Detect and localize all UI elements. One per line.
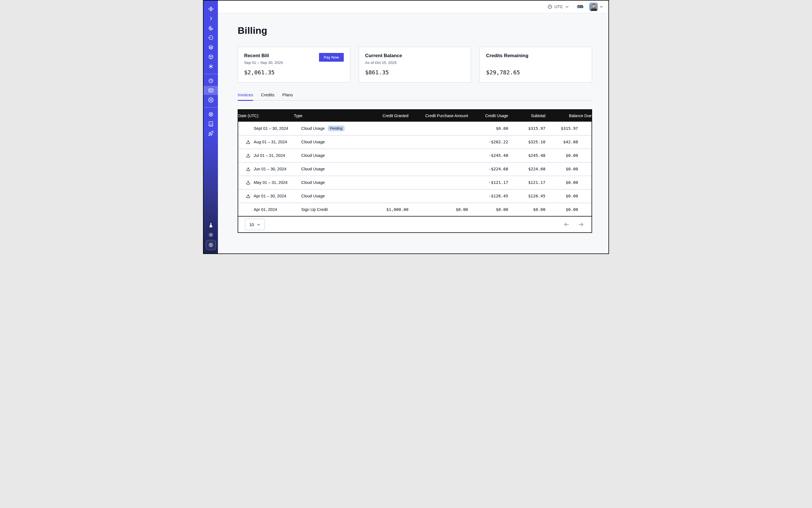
credit-purchase-value [409,122,468,135]
flask-icon[interactable] [204,221,218,230]
subtotal-value: $0.00 [508,203,545,216]
balance-due-value: $0.00 [545,149,592,162]
credit-purchase-value: $0.00 [409,203,468,216]
invoice-type: Cloud Usage [301,180,325,185]
invoice-date: May 01 – 31, 2024 [254,180,288,185]
sun-icon[interactable] [204,230,218,239]
dollar-badge-icon[interactable]: $ [206,240,216,250]
table-row: Jun 01 – 30, 2024 Cloud Usage -$224.68 $… [238,162,592,176]
recent-bill-card: Recent Bill Sep 01 – Sep 30, 2025 $2,061… [238,47,350,83]
spiral-eye-icon[interactable] [204,24,218,33]
credit-granted-value: $1,000.00 [352,203,409,216]
col-header-type: Type [294,110,352,122]
invoice-type: Cloud Usage [301,140,325,144]
credit-usage-value: -$121.17 [468,176,508,189]
pagination-row: 10 [238,216,592,232]
chevron-right-icon[interactable] [204,14,218,23]
next-page-arrow-icon[interactable] [578,221,584,227]
credit-usage-value: -$126.45 [468,189,508,203]
table-row: Aug 01 – 31, 2024 Cloud Usage -$282.22 $… [238,135,592,149]
invoice-date: Jun 01 – 30, 2024 [254,167,286,171]
tab-invoices[interactable]: Invoices [238,92,253,100]
credit-purchase-value [409,149,468,162]
rocket-icon[interactable] [204,129,218,138]
card-amount: $861.35 [365,69,465,76]
history-clock-icon[interactable] [204,33,218,42]
tab-credits[interactable]: Credits [261,92,274,100]
credit-granted-value [352,135,409,149]
credit-purchase-value [409,189,468,203]
timezone-label: UTC [554,4,563,9]
content-column: UTC [218,1,608,253]
table-row: Jul 01 – 31, 2024 Cloud Usage -$245.48 $… [238,149,592,162]
subtotal-value: $121.17 [508,176,545,189]
app-window: $ UTC [203,0,609,254]
invoice-type: Cloud Usage [301,167,325,171]
gauge-icon[interactable] [204,76,218,85]
download-icon[interactable] [246,166,251,171]
chevron-down-icon [257,223,260,226]
card-amount: $2,061.35 [244,69,344,76]
balance-due-value: $42.88 [545,135,592,149]
col-header-balance-due: Balance Due [545,110,592,122]
credit-usage-value: -$224.68 [468,162,508,176]
invoice-date: Apr 01, 2024 [254,207,277,212]
credit-granted-value [352,149,409,162]
table-row: Apr 01 – 30, 2024 Cloud Usage -$126.45 $… [238,189,592,203]
page-size-value: 10 [249,222,254,227]
sidebar: $ [204,1,218,253]
balance-due-value: $0.00 [545,203,592,216]
credit-usage-value: $0.00 [468,203,508,216]
page-size-select[interactable]: 10 [245,219,265,230]
tab-plans[interactable]: Plans [283,92,293,100]
credit-card-icon[interactable] [204,86,218,95]
previous-page-arrow-icon[interactable] [563,221,569,227]
status-badge: Pending [328,126,345,131]
credits-remaining-card: Credits Remaining $29,782.65 [479,47,592,83]
cube-icon[interactable] [204,52,218,61]
invoice-date: Apr 01 – 30, 2024 [254,194,286,198]
chevron-down-icon [565,5,569,9]
download-icon[interactable] [246,194,251,199]
subtotal-value: $126.45 [508,189,545,203]
chevron-down-icon [599,5,603,9]
svg-text:$: $ [210,243,211,246]
card-subtitle [486,60,586,65]
3d-glasses-icon[interactable] [577,3,584,10]
download-icon[interactable] [246,153,251,158]
balance-due-value: $0.00 [545,189,592,203]
credit-usage-value: $0.00 [468,122,508,135]
pay-now-button[interactable]: Pay Now [319,53,344,62]
clock-icon [547,4,552,9]
subtotal-value: $325.10 [508,135,545,149]
table-row: Sept 01 – 30, 2024 Cloud Usage Pending $… [238,122,592,135]
col-header-subtotal: Subtotal [508,110,545,122]
wheel-icon[interactable] [204,110,218,119]
layers-icon[interactable] [204,43,218,52]
credit-granted-value [352,189,409,203]
subtotal-value: $224.68 [508,162,545,176]
orbit-logo-icon[interactable] [204,4,218,13]
balance-due-value: $0.00 [545,162,592,176]
download-icon[interactable] [246,139,251,144]
book-sparkle-icon[interactable] [204,119,218,128]
page-title: Billing [238,25,592,36]
asterisk-icon[interactable] [204,62,218,71]
download-icon[interactable] [246,180,251,185]
summary-cards: Recent Bill Sep 01 – Sep 30, 2025 $2,061… [238,47,592,83]
credit-usage-value: -$282.22 [468,135,508,149]
subtotal-value: $245.48 [508,149,545,162]
credit-purchase-value [409,176,468,189]
user-menu[interactable] [589,3,603,11]
card-subtitle: As of Oct 15, 2025 [365,60,465,65]
credit-purchase-value [409,162,468,176]
timezone-selector[interactable]: UTC [547,4,569,9]
balance-due-value: $0.00 [545,176,592,189]
subtotal-value: $315.97 [508,122,545,135]
invoice-type: Cloud Usage [301,153,325,158]
topbar: UTC [218,1,608,13]
credit-granted-value [352,162,409,176]
gear-icon[interactable] [204,95,218,104]
current-balance-card: Current Balance As of Oct 15, 2025 $861.… [359,47,471,83]
credit-purchase-value [409,135,468,149]
